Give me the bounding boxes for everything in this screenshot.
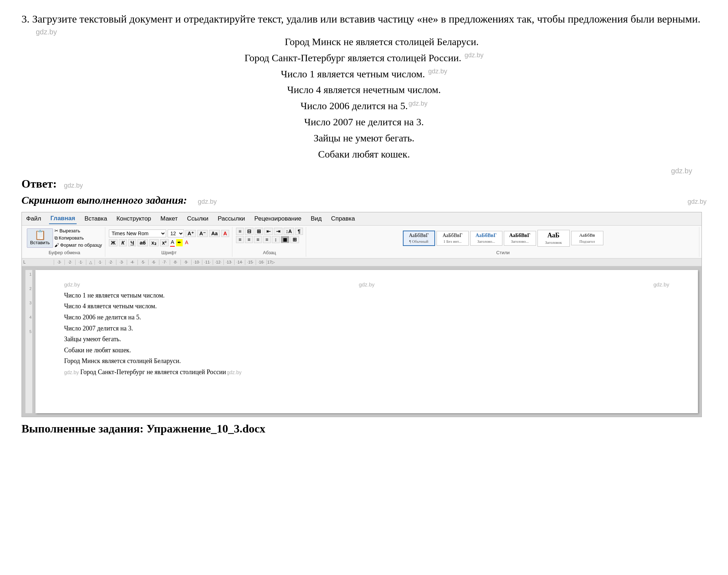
menu-help[interactable]: Справка	[329, 214, 356, 224]
paste-label: Вставить	[30, 240, 50, 246]
doc-watermark-3: gdz.by	[654, 281, 669, 288]
menu-mailings[interactable]: Рассылки	[216, 214, 246, 224]
style-no-spacing[interactable]: АаБбВвГ 1 Без инт...	[437, 231, 469, 246]
font-name-select[interactable]: Times New Rom	[109, 229, 166, 237]
watermark-inline-2: gdz.by	[428, 68, 447, 75]
watermark-inline-1: gdz.by	[464, 52, 483, 59]
style-title[interactable]: АаБ Заголовок	[537, 230, 570, 247]
clipboard-group-label: Буфер обмена	[49, 250, 80, 256]
borders-button[interactable]: ⊞	[290, 236, 299, 243]
doc-line-7: Город Минск является столицей Беларуси.	[64, 356, 669, 367]
copy-label[interactable]: Копировать	[59, 235, 84, 241]
doc-watermarks-top: gdz.by gdz.by gdz.by	[64, 281, 669, 288]
font-grow-button[interactable]: A⁺	[185, 230, 196, 237]
left-ruler: 1 2 3 4 5	[25, 270, 33, 413]
font-shrink-button[interactable]: A⁻	[197, 230, 208, 237]
ruler-num-3: 3	[25, 300, 32, 315]
menu-review[interactable]: Рецензирование	[253, 214, 303, 224]
font-color-a: A	[170, 239, 175, 247]
align-justify-button[interactable]: ≡	[263, 236, 271, 243]
paste-button[interactable]: 📋 Вставить	[27, 228, 53, 248]
sentence-6: Число 2007 не делится на 3.	[21, 114, 707, 130]
menu-insert[interactable]: Вставка	[83, 214, 109, 224]
change-case-button[interactable]: Aa	[209, 230, 220, 237]
underline-button[interactable]: Ч	[128, 239, 136, 246]
menu-bar: Файл Главная Вставка Конструктор Макет С…	[22, 212, 702, 226]
doc-page[interactable]: gdz.by gdz.by gdz.by Число 1 не является…	[35, 270, 698, 413]
paste-icon: 📋	[34, 230, 46, 240]
shading-button[interactable]: ◼	[281, 236, 289, 243]
align-left-button[interactable]: ≡	[236, 236, 244, 243]
scissors-icon: ✂	[54, 228, 58, 234]
menu-references[interactable]: Ссылки	[185, 214, 210, 224]
doc-line-4: Число 2007 делится на 3.	[64, 323, 669, 334]
style-normal[interactable]: АаБбВвГ ¶ Обычный	[403, 231, 435, 246]
watermark-top-right: gdz.by	[688, 197, 707, 206]
doc-line-1: Число 1 не является четным числом.	[64, 290, 669, 301]
sentence-1: Город Минск не является столицей Беларус…	[21, 34, 707, 50]
ruler-num-1: 1	[25, 272, 32, 286]
strikethrough-button[interactable]: аб	[138, 239, 148, 246]
cut-label[interactable]: Вырезать	[59, 228, 80, 234]
paragraph-group-label: Абзац	[263, 250, 276, 256]
font-size-select[interactable]: 12	[168, 229, 184, 237]
doc-watermark-bottom-right: gdz.by	[227, 369, 241, 375]
style-heading2[interactable]: АаБбВвГ Заголово...	[504, 231, 536, 246]
bottom-label: Выполненные задания: Упражнение_10_3.doc…	[21, 421, 707, 437]
watermark-inline-3: gdz.by	[409, 100, 428, 107]
italic-button[interactable]: К	[119, 239, 127, 246]
line-spacing-button[interactable]: ↕	[272, 236, 280, 243]
styles-group-label: Стили	[496, 250, 510, 256]
ruler-num-4: 4	[25, 315, 32, 329]
task-text-content: Загрузите текстовый документ и отредакти…	[32, 13, 700, 25]
menu-layout[interactable]: Макет	[159, 214, 179, 224]
increase-indent-button[interactable]: ⇥	[274, 228, 283, 235]
doc-line-2: Число 4 является четным числом.	[64, 301, 669, 312]
subscript-button[interactable]: x₂	[149, 239, 159, 246]
align-center-button[interactable]: ≡	[245, 236, 253, 243]
bold-button[interactable]: Ж	[109, 239, 118, 246]
decrease-indent-button[interactable]: ⇤	[264, 228, 273, 235]
menu-file[interactable]: Файл	[25, 214, 43, 224]
answer-label: Ответ:	[21, 176, 57, 192]
screenshot-label: Скриншот выполненного задания:	[21, 193, 187, 208]
menu-home[interactable]: Главная	[49, 213, 77, 224]
list-bullet-button[interactable]: ≡	[236, 228, 244, 235]
task-description: 3. Загрузите текстовый документ и отреда…	[21, 11, 702, 27]
show-formatting-button[interactable]: ¶	[295, 228, 303, 235]
sentence-3: Число 1 является четным числом. gdz.by	[21, 66, 707, 82]
font-group: Times New Rom 12 A⁺ A⁻ Aa A Ж К Ч аб x₂	[106, 227, 232, 257]
ruler-num-2: 2	[25, 286, 32, 300]
clear-format-button[interactable]: A	[221, 230, 229, 237]
paragraph-group: ≡ ⊟ ⊞ ⇤ ⇥ ↕A ¶ ≡ ≡ ≡ ≡ ↕ ◼ ⊞ А	[233, 227, 306, 257]
sort-button[interactable]: ↕A	[284, 228, 294, 235]
sentence-5: Число 2006 делится на 5.gdz.by	[21, 98, 707, 114]
styles-group: АаБбВвГ ¶ Обычный АаБбВвГ 1 Без инт... А…	[307, 227, 699, 257]
sentence-2: Город Санкт-Петербург является столицей …	[21, 50, 707, 66]
style-heading1[interactable]: АаБбВвГ Заголово...	[470, 231, 502, 246]
list-number-button[interactable]: ⊟	[245, 228, 254, 235]
clipboard-group: 📋 Вставить ✂ Вырезать ⧉ Копировать 🖌 Фор…	[24, 227, 105, 257]
highlight-color: ✒	[176, 239, 183, 246]
ribbon: 📋 Вставить ✂ Вырезать ⧉ Копировать 🖌 Фор…	[22, 226, 702, 258]
watermark-right-1: gdz.by	[671, 166, 692, 176]
menu-view[interactable]: Вид	[309, 214, 323, 224]
doc-watermark-bottom-left: gdz.by	[64, 369, 79, 375]
superscript-button[interactable]: x²	[160, 239, 169, 246]
doc-line-8: gdz.byГород Санкт-Петербург не является …	[64, 367, 669, 378]
doc-watermark-2: gdz.by	[359, 281, 375, 288]
sentence-8: Собаки любят кошек.	[21, 146, 707, 163]
watermark-screenshot: gdz.by	[198, 197, 217, 206]
style-subtitle[interactable]: АаБбВв Подзагол	[571, 231, 603, 245]
watermark-answer: gdz.by	[64, 181, 83, 190]
format-painter-label[interactable]: Формат по образцу	[60, 242, 102, 248]
bottom-text: Выполненные задания: Упражнение_10_3.doc…	[21, 422, 265, 435]
list-multilevel-button[interactable]: ⊞	[255, 228, 263, 235]
menu-constructor[interactable]: Конструктор	[115, 214, 153, 224]
doc-content[interactable]: Число 1 не является четным числом. Число…	[64, 290, 669, 378]
font-controls-row-2: Ж К Ч аб x₂ x² A ✒ A	[109, 239, 189, 247]
sentence-7: Зайцы не умеют бегать.	[21, 130, 707, 146]
doc-line-3: Число 2006 не делится на 5.	[64, 312, 669, 323]
watermark-1: gdz.by	[36, 27, 57, 37]
align-right-button[interactable]: ≡	[254, 236, 262, 243]
